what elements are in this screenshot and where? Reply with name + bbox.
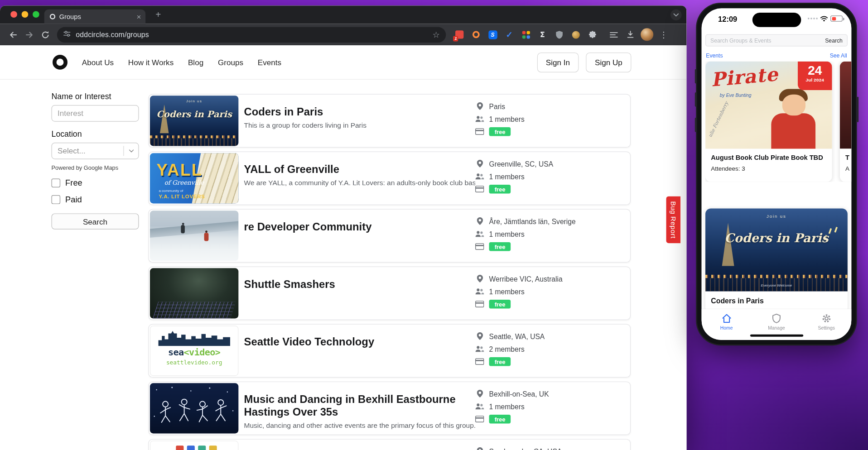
browser-tab-groups[interactable]: Groups × — [44, 10, 145, 24]
location-select-value: Select... — [52, 147, 124, 156]
event-attendees: Attendees: 3 — [711, 165, 826, 172]
nav-link-how-it-works[interactable]: How it Works — [128, 58, 174, 67]
event-cover-image: Pirate by Eve Bunting ulie Fortenberry 2… — [705, 62, 832, 149]
group-members: 1 members — [489, 115, 525, 123]
extension-checkmark-icon[interactable]: ✓ — [503, 28, 516, 41]
location-pin-icon — [475, 447, 484, 450]
window-minimize-button[interactable] — [22, 11, 29, 18]
hiker-graphic — [181, 225, 185, 233]
group-thumbnail: sea<video> seattlevideo.org — [150, 326, 238, 376]
see-all-link[interactable]: See All — [830, 53, 847, 58]
location-select[interactable]: Select... — [52, 143, 139, 159]
group-title: Seattle Video Technology — [244, 335, 475, 348]
nav-link-events[interactable]: Events — [258, 58, 281, 67]
event-title: August Book Club Pirate Book TBD — [711, 153, 826, 161]
wifi-icon — [820, 15, 828, 21]
location-pin-icon — [475, 332, 484, 340]
home-indicator[interactable] — [750, 335, 803, 337]
group-title: Coders in Paris — [244, 105, 475, 118]
reload-button[interactable] — [37, 27, 53, 43]
nav-link-groups[interactable]: Groups — [218, 58, 243, 67]
sign-up-button[interactable]: Sign Up — [586, 52, 631, 72]
extensions-puzzle-icon[interactable] — [586, 28, 598, 41]
search-button[interactable]: Search — [52, 213, 139, 229]
media-panel-icon[interactable] — [608, 28, 620, 41]
group-description: Music, dancing and other active events a… — [244, 422, 475, 430]
group-card[interactable]: sea<video> seattlevideo.org Seattle Vide… — [148, 324, 631, 378]
phone-search-bar[interactable]: Search Groups & Events Search — [705, 34, 848, 47]
tab-close-button[interactable]: × — [136, 13, 141, 20]
url-bar[interactable]: oddcircles.com/groups ☆ — [57, 27, 446, 42]
group-title: Music and Dancing in Bexhill Eastbourne … — [244, 393, 475, 418]
event-cover-image — [840, 62, 852, 149]
nav-link-blog[interactable]: Blog — [188, 58, 203, 67]
extension-dot-grid-icon[interactable] — [520, 28, 532, 41]
forward-button[interactable] — [21, 27, 37, 43]
group-members: 1 members — [489, 402, 525, 410]
site-settings-icon[interactable] — [63, 29, 71, 39]
shield-icon — [772, 313, 781, 323]
bug-report-tab[interactable]: Bug Report — [666, 196, 680, 244]
group-cover-image: Join us Coders in Paris Everyone Welcome — [705, 208, 848, 291]
location-pin-icon — [475, 275, 484, 282]
members-icon — [475, 230, 484, 237]
group-card[interactable]: East HIlls 4H Club San Leandro, CA, USA — [148, 439, 631, 450]
event-card-partial[interactable]: T A — [840, 62, 852, 182]
group-card[interactable]: Shuttle Smashers Werribee VIC, Australia… — [148, 267, 631, 320]
site-logo[interactable] — [53, 55, 68, 70]
downloads-icon[interactable] — [624, 28, 637, 41]
free-checkbox-label: Free — [65, 178, 82, 187]
extension-red-icon[interactable]: 1 — [453, 28, 466, 41]
paid-checkbox[interactable] — [52, 195, 61, 204]
phone-search-button[interactable]: Search — [825, 37, 843, 43]
tab-title: Groups — [59, 13, 133, 20]
members-icon — [475, 115, 484, 122]
price-badge: free — [489, 242, 511, 251]
profile-avatar[interactable] — [641, 28, 653, 41]
tab-manage[interactable]: Manage — [760, 313, 793, 330]
events-carousel[interactable]: Pirate by Eve Bunting ulie Fortenberry 2… — [705, 62, 851, 182]
event-card[interactable]: Pirate by Eve Bunting ulie Fortenberry 2… — [705, 62, 832, 182]
extension-gold-icon[interactable] — [569, 28, 582, 41]
group-thumbnail — [150, 383, 238, 433]
window-zoom-button[interactable] — [33, 11, 39, 18]
group-card[interactable]: Join us Coders in Paris Coders in Paris … — [148, 94, 631, 148]
tab-home[interactable]: Home — [710, 313, 743, 330]
extension-orange-ring-icon[interactable] — [470, 28, 482, 41]
window-close-button[interactable] — [10, 11, 17, 18]
sign-in-button[interactable]: Sign In — [537, 52, 579, 72]
group-card[interactable]: YALL of Greenville a community of Y.A. L… — [148, 152, 631, 205]
interest-input[interactable] — [52, 105, 139, 122]
free-checkbox[interactable] — [52, 178, 61, 187]
nav-link-about[interactable]: About Us — [82, 58, 114, 67]
group-card[interactable]: re Developer Community Åre, Jämtlands lä… — [148, 209, 631, 263]
event-title: T — [845, 153, 851, 161]
members-icon — [475, 403, 484, 410]
extension-sigma-icon[interactable]: Σ — [536, 28, 549, 41]
price-card-icon — [475, 301, 484, 307]
extensions-row: 1 S ✓ Σ ⋮ — [453, 28, 670, 41]
price-badge: free — [489, 357, 511, 366]
events-link[interactable]: Events — [706, 53, 723, 58]
new-tab-button[interactable]: + — [152, 8, 165, 21]
extension-shield-icon[interactable] — [553, 28, 565, 41]
phone-group-card[interactable]: Join us Coders in Paris Everyone Welcome… — [705, 208, 848, 313]
cellular-icon — [808, 18, 818, 19]
group-thumbnail: Join us Coders in Paris — [150, 96, 238, 146]
browser-menu-icon[interactable]: ⋮ — [657, 28, 670, 41]
desktop: Groups × + oddcircles.com/groups — [0, 0, 868, 450]
group-card[interactable]: Music and Dancing in Bexhill Eastbourne … — [148, 382, 631, 435]
back-button[interactable] — [5, 27, 21, 43]
bookmark-star-icon[interactable]: ☆ — [432, 29, 439, 39]
phone-screen: 12:09 Search Groups & Events Search Even… — [701, 8, 851, 340]
location-pin-icon — [475, 160, 484, 168]
thumb-title: Coders in Paris — [705, 230, 848, 245]
search-placeholder: Search Groups & Events — [710, 37, 825, 43]
extension-s-icon[interactable]: S — [486, 28, 499, 41]
chevron-down-icon — [124, 149, 139, 153]
tab-search-button[interactable] — [670, 10, 681, 20]
group-thumbnail — [150, 268, 238, 318]
tab-settings[interactable]: Settings — [810, 313, 843, 330]
status-time: 12:09 — [718, 15, 737, 23]
group-location: Werribee VIC, Australia — [489, 274, 563, 282]
